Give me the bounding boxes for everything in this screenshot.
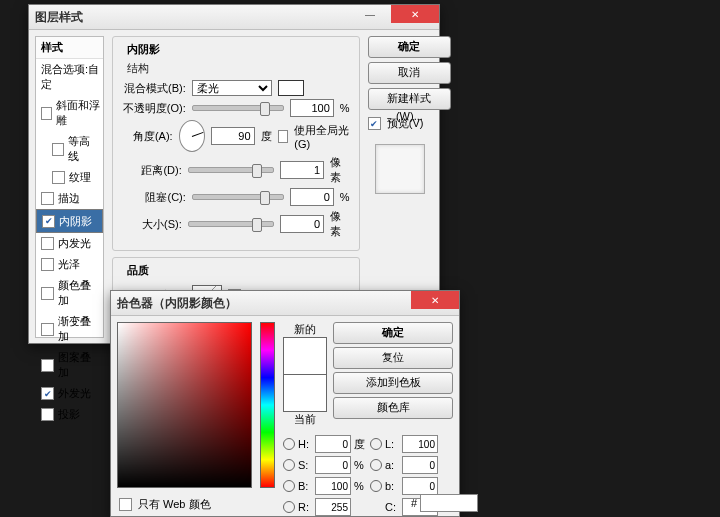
style-checkbox[interactable] [41, 287, 54, 300]
cp-row-L: L: [370, 435, 453, 453]
cp-radio-H[interactable] [283, 438, 295, 450]
cp-row-S: S:% [283, 456, 366, 474]
cp-cancel-button[interactable]: 复位 [333, 347, 453, 369]
global-light-checkbox[interactable] [278, 130, 289, 143]
angle-input[interactable] [211, 127, 255, 145]
cp-input-S[interactable] [315, 456, 351, 474]
cp-radio-R[interactable] [283, 501, 295, 513]
shadow-color-swatch[interactable] [278, 80, 304, 96]
style-item-1[interactable]: 等高线 [36, 131, 103, 167]
cp-label: S: [298, 459, 312, 471]
angle-label: 角度(A): [121, 129, 173, 144]
hue-slider[interactable] [260, 322, 275, 488]
style-checkbox[interactable] [41, 323, 54, 336]
style-item-4[interactable]: ✔内阴影 [36, 209, 103, 233]
web-only-checkbox[interactable] [119, 498, 132, 511]
cp-radio-b[interactable] [370, 480, 382, 492]
style-checkbox[interactable] [41, 107, 52, 120]
choke-input[interactable] [290, 188, 334, 206]
cp-radio-Bv[interactable] [283, 480, 295, 492]
styles-list: 样式 混合选项:自定 斜面和浮雕等高线纹理描边✔内阴影内发光光泽颜色叠加渐变叠加… [35, 36, 104, 338]
style-checkbox[interactable] [41, 359, 54, 372]
distance-slider[interactable] [188, 167, 274, 173]
global-light-label: 使用全局光(G) [294, 123, 351, 150]
ls-title: 图层样式 [35, 9, 83, 26]
style-item-label: 等高线 [68, 134, 99, 164]
blend-mode-select[interactable]: 柔光 [192, 80, 272, 96]
hex-input[interactable] [420, 494, 478, 512]
cp-close-button[interactable]: ✕ [411, 291, 459, 309]
cp-color-lib-button[interactable]: 颜色库 [333, 397, 453, 419]
distance-input[interactable] [280, 161, 324, 179]
style-item-2[interactable]: 纹理 [36, 167, 103, 188]
blending-options-row[interactable]: 混合选项:自定 [36, 59, 103, 95]
style-checkbox[interactable] [52, 143, 64, 156]
style-checkbox[interactable]: ✔ [42, 215, 55, 228]
quality-label: 品质 [123, 263, 153, 278]
style-item-11[interactable]: 投影 [36, 404, 103, 425]
style-item-label: 纹理 [69, 170, 91, 185]
style-item-10[interactable]: ✔外发光 [36, 383, 103, 404]
size-input[interactable] [280, 215, 324, 233]
ok-button[interactable]: 确定 [368, 36, 451, 58]
preview-thumbnail [375, 144, 425, 194]
style-item-8[interactable]: 渐变叠加 [36, 311, 103, 347]
cp-input-Bv[interactable] [315, 477, 351, 495]
style-item-label: 光泽 [58, 257, 80, 272]
style-checkbox[interactable]: ✔ [41, 387, 54, 400]
distance-label: 距离(D): [121, 163, 182, 178]
size-slider[interactable] [188, 221, 274, 227]
cp-input-R[interactable] [315, 498, 351, 516]
style-item-label: 外发光 [58, 386, 91, 401]
cp-input-L[interactable] [402, 435, 438, 453]
preview-checkbox[interactable]: ✔ [368, 117, 381, 130]
cp-radio-S[interactable] [283, 459, 295, 471]
style-item-5[interactable]: 内发光 [36, 233, 103, 254]
cp-radio-L[interactable] [370, 438, 382, 450]
angle-dial[interactable] [179, 120, 205, 152]
color-field[interactable] [117, 322, 252, 488]
style-checkbox[interactable] [52, 171, 65, 184]
minimize-button[interactable]: — [349, 5, 391, 23]
opacity-slider[interactable] [192, 105, 284, 111]
style-checkbox[interactable] [41, 237, 54, 250]
style-item-label: 渐变叠加 [58, 314, 100, 344]
web-only-label: 只有 Web 颜色 [138, 497, 211, 512]
choke-label: 阻塞(C): [121, 190, 186, 205]
cp-ok-button[interactable]: 确定 [333, 322, 453, 344]
style-checkbox[interactable] [41, 192, 54, 205]
cp-label: R: [298, 501, 312, 513]
style-item-6[interactable]: 光泽 [36, 254, 103, 275]
cancel-button[interactable]: 取消 [368, 62, 451, 84]
style-item-0[interactable]: 斜面和浮雕 [36, 95, 103, 131]
opacity-input[interactable] [290, 99, 334, 117]
cp-row-b: b: [370, 477, 453, 495]
cp-input-a[interactable] [402, 456, 438, 474]
choke-slider[interactable] [192, 194, 284, 200]
style-checkbox[interactable] [41, 258, 54, 271]
current-color-swatch[interactable] [283, 375, 327, 412]
style-item-7[interactable]: 颜色叠加 [36, 275, 103, 311]
cp-label: H: [298, 438, 312, 450]
size-label: 大小(S): [121, 217, 182, 232]
cp-title: 拾色器（内阴影颜色） [117, 295, 237, 312]
style-item-label: 内阴影 [59, 214, 92, 229]
cp-row-a: a: [370, 456, 453, 474]
cp-titlebar[interactable]: 拾色器（内阴影颜色） ✕ [111, 291, 459, 316]
new-style-button[interactable]: 新建样式(W)... [368, 88, 451, 110]
cp-row-Bv: B:% [283, 477, 366, 495]
style-checkbox[interactable] [41, 408, 54, 421]
style-item-label: 描边 [58, 191, 80, 206]
cp-radio-a[interactable] [370, 459, 382, 471]
preview-label: 预览(V) [387, 116, 424, 131]
ls-titlebar[interactable]: 图层样式 — ✕ [29, 5, 439, 30]
style-item-3[interactable]: 描边 [36, 188, 103, 209]
close-button[interactable]: ✕ [391, 5, 439, 23]
style-item-9[interactable]: 图案叠加 [36, 347, 103, 383]
cp-input-H[interactable] [315, 435, 351, 453]
cp-input-b[interactable] [402, 477, 438, 495]
cp-add-swatch-button[interactable]: 添加到色板 [333, 372, 453, 394]
style-item-label: 内发光 [58, 236, 91, 251]
new-color-swatch [283, 337, 327, 375]
structure-label: 结构 [127, 61, 351, 76]
